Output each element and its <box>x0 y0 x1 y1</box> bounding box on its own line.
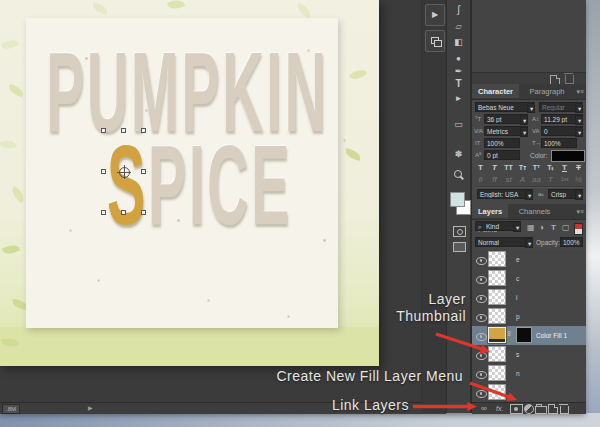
swash-button[interactable]: A <box>516 174 529 185</box>
superscript-button[interactable]: Tᵀ <box>530 162 543 173</box>
visibility-eye-icon[interactable] <box>476 276 487 284</box>
layer-style-icon[interactable]: fx. <box>496 404 503 413</box>
transform-handle[interactable] <box>121 128 126 133</box>
delete-icon[interactable] <box>565 75 574 84</box>
titling-alternates-button[interactable]: T <box>544 174 557 185</box>
layer-mask-thumbnail[interactable] <box>516 327 532 343</box>
underline-button[interactable]: T <box>558 162 571 173</box>
layer-thumbnail[interactable] <box>488 308 506 324</box>
filter-shape-layers-icon[interactable]: ▢ <box>562 223 570 233</box>
layer-thumbnail[interactable] <box>488 270 506 286</box>
panel-thumbnail-icon[interactable] <box>425 30 445 52</box>
baseline-shift-field[interactable]: 0 pt <box>484 150 520 160</box>
leaf-decoration <box>2 242 20 257</box>
transform-reference-point-icon[interactable] <box>119 167 130 178</box>
layer-row[interactable]: i <box>472 288 586 308</box>
layer-mask-icon[interactable] <box>510 404 523 414</box>
tab-layers[interactable]: Layers <box>472 204 508 218</box>
layer-row[interactable]: p <box>472 307 586 327</box>
quick-mask-icon[interactable] <box>453 226 466 237</box>
discretionary-ligatures-button[interactable]: st <box>502 174 515 185</box>
subscript-button[interactable]: Tₜ <box>544 162 557 173</box>
screen-mode-icon[interactable] <box>453 242 466 252</box>
blur-tool-icon[interactable] <box>447 52 470 65</box>
layer-row[interactable]: n <box>472 364 586 384</box>
transform-handle[interactable] <box>121 210 126 215</box>
filter-type-layers-icon[interactable]: T <box>551 223 556 233</box>
layer-row[interactable]: s <box>472 345 586 365</box>
new-fill-adjustment-icon[interactable] <box>524 404 534 414</box>
filter-adjustment-layers-icon[interactable]: ◑ <box>539 223 544 233</box>
color-label: Color: <box>530 150 547 161</box>
zoom-tool-icon[interactable] <box>447 168 470 180</box>
new-layer-icon[interactable] <box>548 404 558 414</box>
layer-name: e <box>516 255 520 264</box>
layer-thumbnail[interactable] <box>488 289 506 305</box>
visibility-eye-icon[interactable] <box>476 371 487 379</box>
ordinals-button[interactable]: 1st <box>558 174 571 185</box>
tab-channels[interactable]: Channels <box>513 204 557 218</box>
visibility-eye-icon[interactable] <box>476 314 487 322</box>
transform-handle[interactable] <box>101 128 106 133</box>
path-selection-tool-icon[interactable] <box>447 92 470 105</box>
leaf-decoration <box>344 148 362 161</box>
annotation-link-layers: Link Layers <box>332 397 409 413</box>
layer-thumbnail[interactable] <box>488 365 506 381</box>
small-caps-button[interactable]: Tᴛ <box>516 162 529 173</box>
horizontal-scale-field[interactable]: 100% <box>541 138 577 148</box>
eraser-tool-icon[interactable] <box>447 20 470 33</box>
visibility-eye-icon[interactable] <box>476 390 487 398</box>
play-icon[interactable]: ▶ <box>425 4 445 26</box>
ligatures-button[interactable]: fi <box>474 174 487 185</box>
contextual-alternates-button[interactable]: ff <box>488 174 501 185</box>
layer-thumbnail[interactable] <box>488 384 506 400</box>
tab-paragraph[interactable]: Paragraph <box>523 84 570 98</box>
stylistic-alternates-button[interactable]: aa <box>530 174 543 185</box>
tab-character[interactable]: Character <box>472 84 519 98</box>
transform-handle[interactable] <box>141 210 146 215</box>
gradient-tool-icon[interactable] <box>447 36 470 48</box>
all-caps-button[interactable]: TT <box>502 162 515 173</box>
filter-pixel-layers-icon[interactable]: ▦ <box>527 223 535 233</box>
transform-handle[interactable] <box>101 169 106 174</box>
document-canvas[interactable]: PUMPKIN SPICE <box>0 0 379 366</box>
layer-thumbnail[interactable] <box>488 251 506 267</box>
foreground-color-swatch[interactable] <box>450 192 465 207</box>
layer-row[interactable] <box>472 383 586 403</box>
type-tool-icon[interactable] <box>447 78 470 90</box>
status-options-arrow-icon[interactable]: ▶ <box>88 405 93 412</box>
transform-handle[interactable] <box>101 210 106 215</box>
layer-row[interactable]: e <box>472 250 586 270</box>
opacity-field[interactable]: 100% <box>560 237 583 247</box>
new-group-icon[interactable] <box>535 406 547 414</box>
layer-thumbnail[interactable] <box>488 327 506 343</box>
visibility-eye-icon[interactable] <box>476 257 487 265</box>
visibility-eye-icon[interactable] <box>476 352 487 360</box>
panel-menu-icon[interactable] <box>576 208 584 215</box>
transform-selection-box[interactable] <box>103 130 145 214</box>
filter-toggle-switch[interactable] <box>574 223 583 235</box>
faux-italic-button[interactable]: T <box>488 162 501 173</box>
layer-row-selected[interactable]: Color Fill 1 <box>472 326 586 346</box>
link-layers-icon[interactable] <box>481 404 487 413</box>
strikethrough-button[interactable]: T <box>572 162 585 173</box>
layer-row[interactable]: c <box>472 269 586 289</box>
brush-tool-icon[interactable] <box>447 4 470 16</box>
visibility-eye-icon[interactable] <box>476 333 487 341</box>
font-family-select[interactable]: Bebas Neue <box>475 102 535 112</box>
delete-layer-icon[interactable] <box>560 406 569 414</box>
layer-thumbnail[interactable] <box>488 346 506 362</box>
pen-tool-icon[interactable] <box>447 65 470 77</box>
visibility-eye-icon[interactable] <box>476 295 487 303</box>
transform-handle[interactable] <box>141 128 146 133</box>
transform-handle[interactable] <box>141 169 146 174</box>
layers-bottom-bar: fx. <box>472 402 586 414</box>
rectangle-tool-icon[interactable] <box>447 118 470 130</box>
mask-link-icon[interactable] <box>506 331 513 336</box>
vertical-scale-field[interactable]: 100% <box>484 138 520 148</box>
panel-menu-icon[interactable] <box>576 88 584 95</box>
hand-tool-icon[interactable] <box>447 148 470 160</box>
faux-bold-button[interactable]: T <box>474 162 487 173</box>
fractions-button[interactable]: ½ <box>572 174 585 185</box>
text-color-swatch[interactable] <box>551 150 585 162</box>
